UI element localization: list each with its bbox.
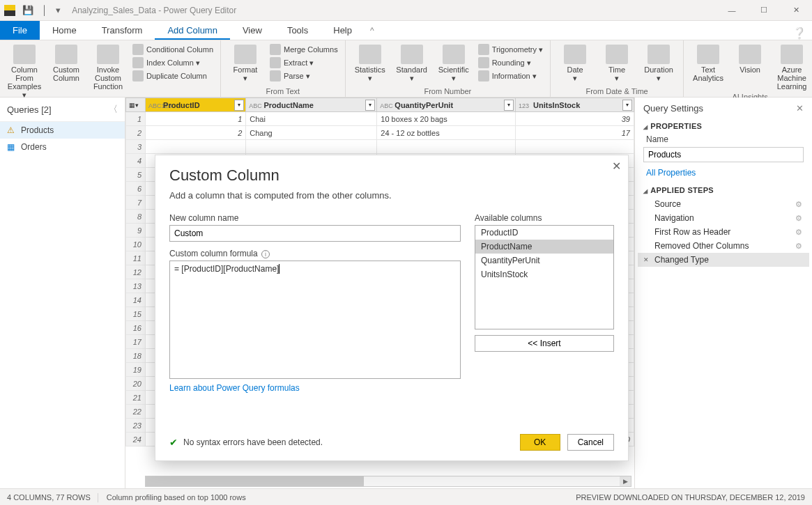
qat-dropdown[interactable]: ▾ bbox=[53, 3, 63, 17]
ribbon-button[interactable]: Date▾ bbox=[555, 43, 595, 84]
column-dropdown-icon[interactable]: ▾ bbox=[622, 100, 632, 111]
ribbon-button[interactable]: Merge Columns bbox=[267, 43, 341, 56]
cell[interactable] bbox=[246, 140, 377, 154]
ribbon-button[interactable]: Duplicate Column bbox=[130, 70, 216, 82]
ribbon-button[interactable]: Rounding ▾ bbox=[475, 56, 546, 69]
cell[interactable]: 22 bbox=[126, 405, 146, 419]
cell[interactable]: Chang bbox=[246, 126, 377, 140]
ribbon-button[interactable]: TextAnalytics bbox=[688, 43, 728, 84]
cell[interactable] bbox=[516, 140, 634, 154]
insert-column-button[interactable]: << Insert bbox=[475, 335, 614, 352]
cell[interactable]: 4 bbox=[126, 154, 146, 168]
table-row[interactable]: 11Chai10 boxes x 20 bags39 bbox=[126, 112, 634, 126]
cell[interactable]: 14 bbox=[126, 293, 146, 307]
ribbon-button[interactable]: Vision bbox=[730, 43, 770, 75]
ribbon-button[interactable]: Parse ▾ bbox=[267, 70, 341, 82]
tab-add-column[interactable]: Add Column bbox=[155, 21, 230, 40]
ribbon-button[interactable]: Statistics▾ bbox=[350, 43, 390, 84]
cell[interactable]: 20 bbox=[126, 377, 146, 391]
column-header-productid[interactable]: ABC123 ProductID▾ bbox=[146, 98, 246, 112]
available-column-item[interactable]: ProductName bbox=[475, 240, 613, 254]
applied-step[interactable]: Changed Type bbox=[638, 253, 809, 267]
grid-corner[interactable]: ▦▾ bbox=[126, 98, 146, 112]
ribbon-button[interactable]: Extract ▾ bbox=[267, 56, 341, 69]
cell[interactable]: 39 bbox=[516, 112, 634, 126]
window-maximize-button[interactable]: ☐ bbox=[748, 0, 780, 20]
tab-transform[interactable]: Transform bbox=[89, 21, 155, 40]
table-row[interactable]: 22Chang24 - 12 oz bottles17 bbox=[126, 126, 634, 140]
cell[interactable]: 1 bbox=[126, 112, 146, 126]
properties-section-header[interactable]: PROPERTIES bbox=[635, 119, 812, 133]
cell[interactable] bbox=[146, 140, 246, 154]
ribbon-button[interactable]: Duration▾ bbox=[638, 43, 679, 84]
cell[interactable]: 5 bbox=[126, 168, 146, 182]
cell[interactable]: 7 bbox=[126, 196, 146, 210]
new-column-name-input[interactable] bbox=[169, 225, 461, 242]
all-properties-link[interactable]: All Properties bbox=[635, 166, 812, 183]
gear-icon[interactable]: ⚙ bbox=[795, 214, 802, 223]
ribbon-button[interactable]: CustomColumn bbox=[46, 43, 86, 84]
cell[interactable]: 12 bbox=[126, 265, 146, 279]
column-dropdown-icon[interactable]: ▾ bbox=[365, 100, 375, 111]
ribbon-button[interactable]: Column FromExamples ▾ bbox=[4, 43, 45, 100]
ribbon-button[interactable]: Information ▾ bbox=[475, 70, 546, 82]
cell[interactable]: 19 bbox=[126, 363, 146, 377]
applied-step[interactable]: Removed Other Columns⚙ bbox=[638, 239, 809, 253]
available-columns-list[interactable]: ProductIDProductNameQuantityPerUnitUnits… bbox=[475, 225, 614, 329]
column-header-productname[interactable]: ABC ProductName▾ bbox=[246, 98, 377, 112]
query-item-products[interactable]: ⚠Products bbox=[0, 122, 125, 139]
scrollbar-thumb[interactable] bbox=[146, 476, 364, 486]
cell[interactable]: 8 bbox=[126, 210, 146, 224]
column-dropdown-icon[interactable]: ▾ bbox=[234, 100, 244, 111]
cell[interactable]: 11 bbox=[126, 251, 146, 265]
cell[interactable]: 1 bbox=[146, 112, 246, 126]
ribbon-button[interactable]: Azure MachineLearning bbox=[772, 43, 812, 92]
tab-view[interactable]: View bbox=[230, 21, 275, 40]
collapse-queries-icon[interactable]: 〈 bbox=[109, 103, 118, 116]
column-header-quantityperunit[interactable]: ABC QuantityPerUnit▾ bbox=[377, 98, 516, 112]
cell[interactable]: 16 bbox=[126, 321, 146, 335]
cell[interactable]: 13 bbox=[126, 279, 146, 293]
ribbon-button[interactable]: Standard▾ bbox=[392, 43, 432, 84]
cell[interactable]: 17 bbox=[516, 126, 634, 140]
ribbon-button[interactable]: Time▾ bbox=[597, 43, 637, 84]
window-close-button[interactable]: ✕ bbox=[780, 0, 812, 20]
ribbon-button[interactable]: Index Column ▾ bbox=[130, 56, 216, 69]
ribbon-button[interactable]: Trigonometry ▾ bbox=[475, 43, 546, 56]
column-dropdown-icon[interactable]: ▾ bbox=[504, 100, 514, 111]
gear-icon[interactable]: ⚙ bbox=[795, 200, 802, 209]
tab-tools[interactable]: Tools bbox=[275, 21, 321, 40]
cell[interactable]: 6 bbox=[126, 182, 146, 196]
cancel-button[interactable]: Cancel bbox=[567, 434, 614, 451]
tab-file[interactable]: File bbox=[0, 21, 40, 40]
table-row[interactable]: 3 bbox=[126, 140, 634, 154]
cell[interactable]: 24 bbox=[126, 433, 146, 446]
ribbon-collapse-button[interactable]: ^ bbox=[365, 22, 380, 40]
info-icon[interactable]: i bbox=[261, 250, 270, 258]
cell[interactable]: 10 bbox=[126, 238, 146, 251]
cell[interactable]: 23 bbox=[126, 419, 146, 433]
tab-home[interactable]: Home bbox=[40, 21, 89, 40]
cell[interactable]: Chai bbox=[246, 112, 377, 126]
dialog-close-button[interactable]: ✕ bbox=[612, 160, 621, 173]
applied-step[interactable]: First Row as Header⚙ bbox=[638, 225, 809, 239]
window-minimize-button[interactable]: — bbox=[716, 0, 748, 20]
gear-icon[interactable]: ⚙ bbox=[795, 228, 802, 237]
close-settings-icon[interactable]: ✕ bbox=[796, 103, 804, 114]
cell[interactable]: 9 bbox=[126, 224, 146, 238]
ok-button[interactable]: OK bbox=[520, 434, 560, 451]
horizontal-scrollbar[interactable]: ◀ ▶ bbox=[145, 476, 631, 487]
cell[interactable]: 2 bbox=[146, 126, 246, 140]
applied-steps-header[interactable]: APPLIED STEPS bbox=[635, 183, 812, 197]
cell[interactable]: 21 bbox=[126, 391, 146, 405]
save-icon[interactable]: 💾 bbox=[20, 3, 36, 17]
cell[interactable]: 18 bbox=[126, 349, 146, 363]
cell[interactable] bbox=[377, 140, 516, 154]
cell[interactable]: 24 - 12 oz bottles bbox=[377, 126, 516, 140]
column-header-unitsinstock[interactable]: 123 UnitsInStock▾ bbox=[516, 98, 634, 112]
ribbon-button[interactable]: Scientific▾ bbox=[434, 43, 474, 84]
learn-formulas-link[interactable]: Learn about Power Query formulas bbox=[169, 383, 300, 393]
ribbon-button[interactable]: Invoke CustomFunction bbox=[88, 43, 128, 92]
cell[interactable]: 10 boxes x 20 bags bbox=[377, 112, 516, 126]
cell[interactable]: 15 bbox=[126, 307, 146, 321]
